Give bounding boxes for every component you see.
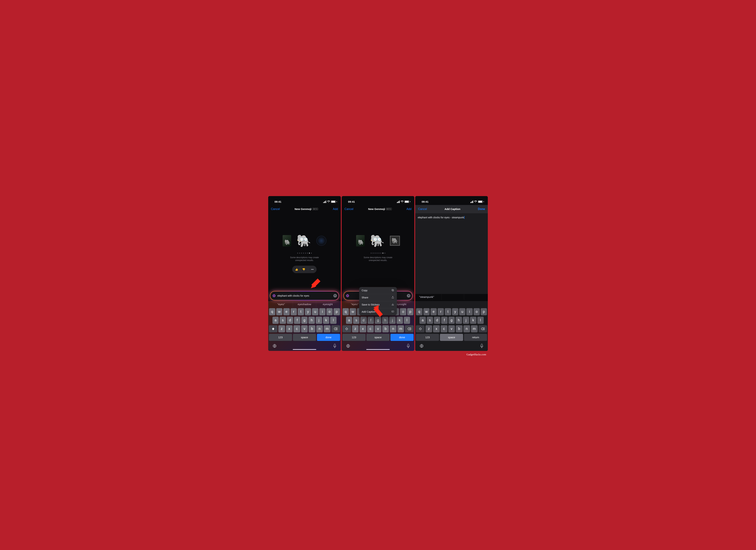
- numbers-key[interactable]: 123: [416, 334, 439, 341]
- key[interactable]: c: [441, 325, 447, 332]
- space-key[interactable]: space: [440, 334, 463, 341]
- numbers-key[interactable]: 123: [342, 334, 366, 341]
- cancel-button[interactable]: Cancel: [271, 207, 280, 211]
- page-dots[interactable]: [371, 253, 385, 254]
- cancel-button[interactable]: Cancel: [418, 207, 427, 211]
- mic-icon[interactable]: [406, 344, 410, 348]
- key[interactable]: e: [283, 308, 290, 315]
- key[interactable]: a: [272, 317, 279, 324]
- key[interactable]: c: [293, 325, 300, 332]
- carousel-next-thumb[interactable]: [316, 236, 326, 246]
- clear-button[interactable]: ✕: [333, 294, 337, 298]
- key[interactable]: s: [427, 317, 433, 324]
- thumbs-down-button[interactable]: 👎: [300, 267, 307, 272]
- key[interactable]: p: [407, 308, 413, 315]
- key[interactable]: t: [445, 308, 451, 315]
- key[interactable]: z: [278, 325, 285, 332]
- key[interactable]: e: [431, 308, 437, 315]
- shift-key[interactable]: [342, 325, 351, 332]
- key[interactable]: w: [276, 308, 282, 315]
- key[interactable]: m: [397, 325, 404, 332]
- autocomplete-item[interactable]: [464, 294, 486, 300]
- autocomplete-item[interactable]: "steampunk": [417, 294, 441, 300]
- key[interactable]: a: [346, 317, 352, 324]
- genmoji-carousel[interactable]: 🐘🕒🕒: [283, 231, 326, 251]
- key[interactable]: w: [423, 308, 430, 315]
- key[interactable]: l: [477, 317, 484, 324]
- clear-button[interactable]: ✕: [407, 294, 410, 298]
- backspace-key[interactable]: [479, 325, 487, 332]
- key[interactable]: x: [286, 325, 293, 332]
- done-key[interactable]: done: [317, 334, 340, 341]
- genmoji-carousel[interactable]: 🐘🕒🕒 🐘: [356, 231, 400, 251]
- key[interactable]: b: [309, 325, 315, 332]
- key[interactable]: d: [360, 317, 367, 324]
- space-key[interactable]: space: [366, 334, 390, 341]
- key[interactable]: q: [416, 308, 422, 315]
- backspace-key[interactable]: [405, 325, 414, 332]
- key[interactable]: t: [298, 308, 304, 315]
- key[interactable]: o: [400, 308, 406, 315]
- autocomplete-item[interactable]: [442, 294, 464, 300]
- backspace-key[interactable]: [331, 325, 340, 332]
- key[interactable]: p: [334, 308, 340, 315]
- thumbs-up-button[interactable]: 👍: [293, 267, 300, 272]
- key[interactable]: p: [481, 308, 487, 315]
- key[interactable]: h: [308, 317, 315, 324]
- add-button[interactable]: Add: [333, 207, 338, 211]
- genmoji-main[interactable]: 🐘🕒🕒: [369, 233, 385, 249]
- key[interactable]: o: [474, 308, 480, 315]
- key[interactable]: a: [419, 317, 426, 324]
- key[interactable]: l: [404, 317, 410, 324]
- key[interactable]: x: [433, 325, 440, 332]
- shift-key[interactable]: [416, 325, 425, 332]
- page-dots[interactable]: [297, 253, 312, 254]
- key[interactable]: k: [323, 317, 329, 324]
- key[interactable]: r: [438, 308, 444, 315]
- shift-key[interactable]: [269, 325, 278, 332]
- numbers-key[interactable]: 123: [269, 334, 292, 341]
- key[interactable]: q: [269, 308, 275, 315]
- space-key[interactable]: space: [293, 334, 316, 341]
- key[interactable]: g: [448, 317, 455, 324]
- key[interactable]: c: [367, 325, 374, 332]
- key[interactable]: y: [452, 308, 458, 315]
- key[interactable]: q: [343, 308, 349, 315]
- key[interactable]: y: [305, 308, 311, 315]
- globe-icon[interactable]: [419, 344, 424, 348]
- key[interactable]: r: [291, 308, 297, 315]
- globe-icon[interactable]: [272, 344, 277, 348]
- key[interactable]: o: [326, 308, 333, 315]
- key[interactable]: w: [350, 308, 356, 315]
- carousel-prev-thumb[interactable]: [356, 235, 365, 246]
- done-key[interactable]: done: [390, 334, 414, 341]
- key[interactable]: b: [456, 325, 463, 332]
- more-button[interactable]: •••: [309, 267, 316, 272]
- key[interactable]: d: [434, 317, 440, 324]
- cancel-button[interactable]: Cancel: [345, 207, 353, 211]
- key[interactable]: d: [287, 317, 293, 324]
- key[interactable]: g: [301, 317, 308, 324]
- key[interactable]: i: [319, 308, 325, 315]
- key[interactable]: n: [390, 325, 397, 332]
- key[interactable]: f: [441, 317, 448, 324]
- key[interactable]: v: [301, 325, 308, 332]
- menu-share[interactable]: Share: [359, 294, 397, 301]
- key[interactable]: s: [353, 317, 359, 324]
- done-button[interactable]: Done: [478, 207, 485, 211]
- key[interactable]: h: [456, 317, 462, 324]
- key[interactable]: m: [471, 325, 478, 332]
- add-button[interactable]: Add: [406, 207, 411, 211]
- key[interactable]: n: [316, 325, 323, 332]
- key[interactable]: z: [352, 325, 359, 332]
- key[interactable]: j: [389, 317, 396, 324]
- key[interactable]: x: [359, 325, 366, 332]
- key[interactable]: m: [324, 325, 330, 332]
- menu-copy[interactable]: Copy: [359, 287, 397, 294]
- key[interactable]: f: [294, 317, 300, 324]
- prompt-field[interactable]: elephant with clocks for eyes ✕: [270, 291, 339, 300]
- key[interactable]: i: [466, 308, 473, 315]
- globe-icon[interactable]: [346, 344, 350, 348]
- key[interactable]: v: [375, 325, 381, 332]
- carousel-next-thumb[interactable]: 🐘: [390, 236, 400, 246]
